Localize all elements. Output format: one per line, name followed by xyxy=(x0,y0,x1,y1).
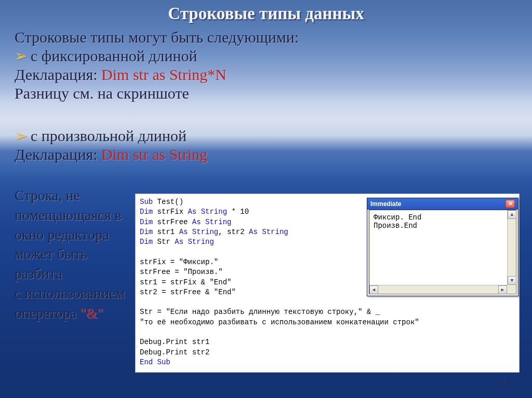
note-l3: окно редактора xyxy=(15,225,129,245)
note-l5: с использованием xyxy=(15,284,129,304)
decl-label-2: Декларация: xyxy=(15,146,101,163)
text-block-top: Строковые типы могут быть следующими: с … xyxy=(15,28,299,103)
scroll-down-icon[interactable]: ▼ xyxy=(508,276,516,285)
scroll-corner xyxy=(507,285,516,294)
variable-length-line: с произвольной длиной xyxy=(15,127,207,145)
immediate-body: Фиксир. End Произв.End ▲ ▼ ◀ ▶ xyxy=(369,210,516,294)
variable-declaration-line: Декларация: Dim str as String xyxy=(15,145,207,164)
slide: Строковые типы данных Строковые типы мог… xyxy=(0,0,532,398)
scroll-left-icon[interactable]: ◀ xyxy=(369,285,378,294)
note-l1: Строка, не xyxy=(15,186,129,205)
note-l6: оператора "&" xyxy=(15,304,129,323)
immediate-title: Immediate xyxy=(370,200,401,208)
page-number: 14 xyxy=(495,375,506,389)
immediate-line1: Фиксир. End xyxy=(374,213,512,222)
immediate-line2: Произв.End xyxy=(374,222,512,230)
ampersand-operator: "&" xyxy=(80,305,103,321)
intro-line: Строковые типы могут быть следующими: xyxy=(15,28,299,47)
note-l4: может быть разбита xyxy=(15,244,129,284)
horizontal-scrollbar[interactable]: ◀ ▶ xyxy=(369,285,507,294)
scroll-right-icon[interactable]: ▶ xyxy=(498,285,507,294)
fixed-declaration-line: Декларация: Dim str as String*N xyxy=(15,65,299,84)
fixed-note: Разницу см. на скриншоте xyxy=(15,84,299,103)
vertical-scrollbar[interactable]: ▲ ▼ xyxy=(507,210,516,285)
text-block-mid: с произвольной длиной Декларация: Dim st… xyxy=(15,127,207,164)
decl-label: Декларация: xyxy=(15,66,101,83)
fixed-length-label: с фиксированной длиной xyxy=(31,47,197,64)
note-l2: помещающаяся в xyxy=(15,205,129,225)
slide-title: Строковые типы данных xyxy=(0,0,532,23)
immediate-titlebar: Immediate ✕ xyxy=(367,198,518,210)
variable-length-label: с произвольной длиной xyxy=(31,127,187,144)
close-icon[interactable]: ✕ xyxy=(506,200,515,208)
decl-code-fixed: Dim str as String*N xyxy=(101,66,227,83)
decl-code-variable: Dim str as String xyxy=(101,146,207,163)
fixed-length-line: с фиксированной длиной xyxy=(15,47,299,65)
immediate-window: Immediate ✕ Фиксир. End Произв.End ▲ ▼ ◀… xyxy=(367,198,518,296)
scroll-up-icon[interactable]: ▲ xyxy=(508,210,516,219)
side-note: Строка, не помещающаяся в окно редактора… xyxy=(15,186,129,323)
